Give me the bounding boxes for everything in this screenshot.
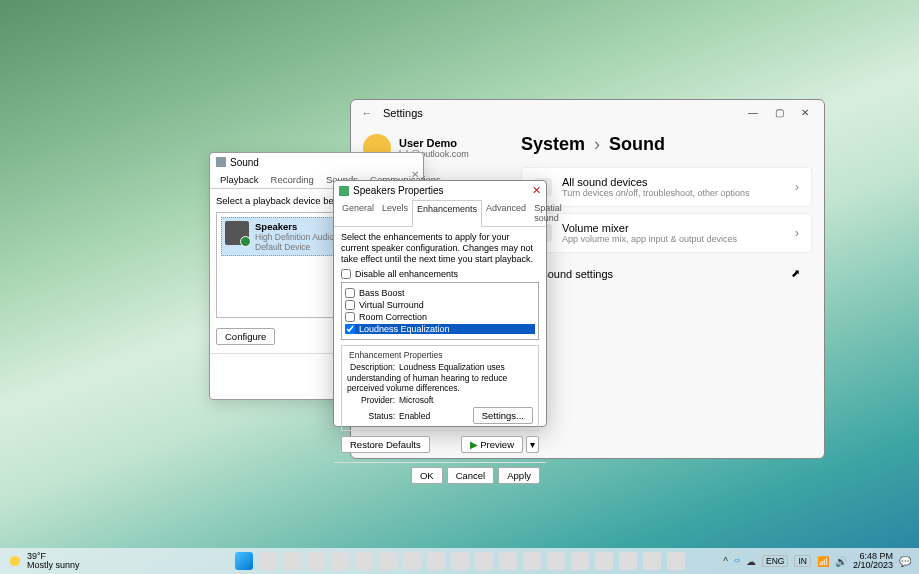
enh-label: Loudness Equalization bbox=[359, 324, 450, 334]
speakers-properties-window: Speakers Properties ✕ General Levels Enh… bbox=[333, 180, 547, 427]
tab-enhancements[interactable]: Enhancements bbox=[412, 200, 482, 227]
apply-button[interactable]: Apply bbox=[498, 467, 540, 484]
checkbox[interactable] bbox=[345, 324, 355, 334]
status-row: Status:Enabled Settings... bbox=[347, 407, 533, 424]
play-icon: ▶ bbox=[470, 439, 478, 450]
open-icon: ⬈ bbox=[791, 267, 800, 280]
user-name: User Demo bbox=[399, 137, 469, 149]
disable-all-input[interactable] bbox=[341, 269, 351, 279]
enh-room-correction[interactable]: Room Correction bbox=[345, 312, 535, 322]
props-title-text: Speakers Properties bbox=[353, 185, 444, 196]
taskbar-app-icon[interactable] bbox=[595, 552, 613, 570]
date-text: 2/10/2023 bbox=[853, 561, 893, 570]
volume-icon[interactable]: 🔊 bbox=[835, 556, 847, 567]
close-icon[interactable]: ✕ bbox=[411, 169, 419, 180]
taskbar-app-icon[interactable] bbox=[523, 552, 541, 570]
system-tray: ^ ⌔ ☁ ENG IN 📶 🔊 6:48 PM 2/10/2023 💬 bbox=[723, 552, 911, 570]
chevron-right-icon: › bbox=[594, 134, 600, 154]
edge-icon[interactable] bbox=[403, 552, 421, 570]
props-tabs: General Levels Enhancements Advanced Spa… bbox=[334, 200, 546, 227]
settings-button[interactable]: Settings... bbox=[473, 407, 533, 424]
sound-titlebar: Sound bbox=[210, 153, 423, 171]
minimize-button[interactable]: — bbox=[740, 103, 766, 123]
taskbar: 39°F Mostly sunny ^ ⌔ ☁ ENG IN 📶 🔊 6:48 … bbox=[0, 548, 919, 574]
status-label: Status: bbox=[347, 411, 395, 421]
task-view-button[interactable] bbox=[283, 552, 301, 570]
bluetooth-icon[interactable]: ⌔ bbox=[734, 556, 740, 567]
clock[interactable]: 6:48 PM 2/10/2023 bbox=[853, 552, 893, 570]
preview-button[interactable]: ▶ Preview bbox=[461, 436, 523, 453]
card-sub: App volume mix, app input & output devic… bbox=[562, 234, 785, 244]
provider-row: Provider:Microsoft bbox=[347, 395, 533, 405]
provider-value: Microsoft bbox=[399, 395, 433, 405]
enh-virtual-surround[interactable]: Virtual Surround bbox=[345, 300, 535, 310]
notifications-icon[interactable]: 💬 bbox=[899, 556, 911, 567]
close-button[interactable]: ✕ bbox=[532, 184, 541, 197]
cancel-button[interactable]: Cancel bbox=[447, 467, 495, 484]
restore-defaults-button[interactable]: Restore Defaults bbox=[341, 436, 430, 453]
enhancement-properties-group: Enhancement Properties Description:Loudn… bbox=[341, 345, 539, 431]
settings-app-label: Settings bbox=[383, 107, 423, 119]
weather-widget[interactable]: 39°F Mostly sunny bbox=[8, 552, 80, 570]
configure-button[interactable]: Configure bbox=[216, 328, 275, 345]
enh-label: Room Correction bbox=[359, 312, 427, 322]
sound-title-text: Sound bbox=[230, 157, 259, 168]
language-indicator[interactable]: ENG bbox=[762, 555, 788, 567]
tab-spatial-sound[interactable]: Spatial sound bbox=[530, 200, 566, 226]
tab-recording[interactable]: Recording bbox=[265, 171, 320, 188]
card-title: All sound devices bbox=[562, 176, 785, 188]
checkbox[interactable] bbox=[345, 288, 355, 298]
start-button[interactable] bbox=[235, 552, 253, 570]
ok-button[interactable]: OK bbox=[411, 467, 443, 484]
card-title: Volume mixer bbox=[562, 222, 785, 234]
taskbar-app-icon[interactable] bbox=[475, 552, 493, 570]
onedrive-icon[interactable]: ☁ bbox=[746, 556, 756, 567]
taskbar-app-icon[interactable] bbox=[331, 552, 349, 570]
breadcrumb-system[interactable]: System bbox=[521, 134, 585, 154]
breadcrumb: System › Sound bbox=[521, 134, 812, 155]
preview-dropdown[interactable]: ▾ bbox=[526, 436, 539, 453]
disable-all-checkbox[interactable]: Disable all enhancements bbox=[341, 269, 539, 279]
checkbox[interactable] bbox=[345, 300, 355, 310]
enh-label: Bass Boost bbox=[359, 288, 405, 298]
taskbar-app-icon[interactable] bbox=[499, 552, 517, 570]
taskbar-app-icon[interactable] bbox=[451, 552, 469, 570]
description-row: Description:Loudness Equalization uses u… bbox=[347, 362, 533, 393]
word-icon[interactable] bbox=[619, 552, 637, 570]
sound-icon bbox=[216, 157, 226, 167]
enhancements-description: Select the enhancements to apply for you… bbox=[341, 232, 539, 264]
file-explorer-icon[interactable] bbox=[355, 552, 373, 570]
settings-icon[interactable] bbox=[643, 552, 661, 570]
tab-playback[interactable]: Playback bbox=[214, 171, 265, 188]
keyboard-layout[interactable]: IN bbox=[794, 555, 811, 567]
wifi-icon[interactable]: 📶 bbox=[817, 556, 829, 567]
card-sub: Turn devices on/off, troubleshoot, other… bbox=[562, 188, 785, 198]
taskbar-app-icon[interactable] bbox=[379, 552, 397, 570]
taskbar-app-icon[interactable] bbox=[667, 552, 685, 570]
enh-bass-boost[interactable]: Bass Boost bbox=[345, 288, 535, 298]
tab-levels[interactable]: Levels bbox=[378, 200, 412, 226]
taskbar-app-icon[interactable] bbox=[547, 552, 565, 570]
tab-advanced[interactable]: Advanced bbox=[482, 200, 530, 226]
taskbar-app-icon[interactable] bbox=[427, 552, 445, 570]
fieldset-legend: Enhancement Properties bbox=[347, 350, 533, 360]
enh-loudness-equalization[interactable]: Loudness Equalization bbox=[345, 324, 535, 334]
checkbox[interactable] bbox=[345, 312, 355, 322]
maximize-button[interactable]: ▢ bbox=[766, 103, 792, 123]
back-button[interactable]: ← bbox=[357, 107, 377, 119]
speaker-device-icon bbox=[225, 221, 249, 245]
chevron-up-icon[interactable]: ^ bbox=[723, 556, 728, 567]
enhancements-list: Bass Boost Virtual Surround Room Correct… bbox=[341, 282, 539, 340]
speaker-icon bbox=[339, 186, 349, 196]
status-value: Enabled bbox=[399, 411, 430, 421]
close-button[interactable]: ✕ bbox=[792, 103, 818, 123]
taskbar-app-icon[interactable] bbox=[307, 552, 325, 570]
enh-label: Virtual Surround bbox=[359, 300, 424, 310]
chevron-right-icon: › bbox=[795, 226, 799, 240]
tab-general[interactable]: General bbox=[338, 200, 378, 226]
chrome-icon[interactable] bbox=[571, 552, 589, 570]
sun-icon bbox=[8, 554, 22, 568]
more-sound-settings[interactable]: e sound settings ⬈ bbox=[521, 259, 812, 288]
search-button[interactable] bbox=[259, 552, 277, 570]
chevron-right-icon: › bbox=[795, 180, 799, 194]
